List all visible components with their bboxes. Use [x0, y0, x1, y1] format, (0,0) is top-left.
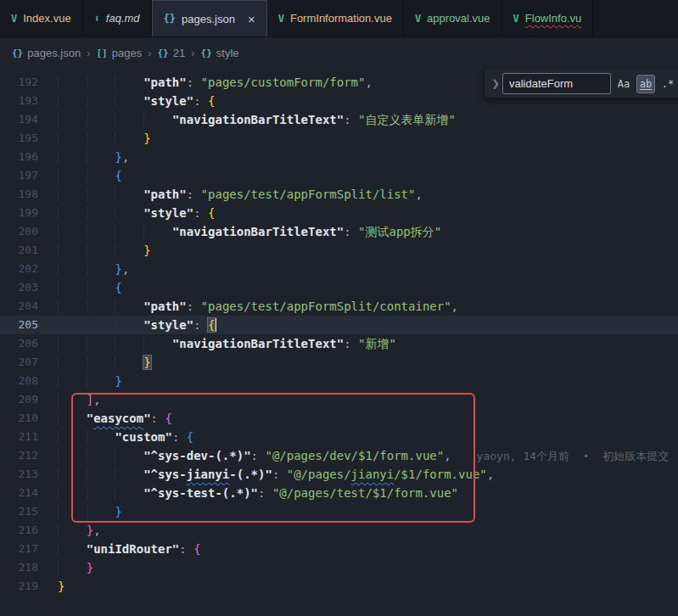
token: [87, 430, 115, 444]
match-case-option[interactable]: Aa: [614, 75, 633, 93]
code-line-203[interactable]: 203 {: [0, 278, 678, 297]
token: }: [87, 524, 93, 537]
token: }: [115, 374, 121, 388]
token: :: [258, 486, 272, 500]
line-number: 211: [0, 428, 58, 446]
tab-flowinfo-vu[interactable]: VFlowInfo.vu: [502, 0, 594, 36]
code-line-213[interactable]: 213 "^sys-jianyi-(.*)": "@/pages/jianyi/…: [0, 465, 678, 484]
token: "@/pages/test/$1/form.vue": [272, 486, 458, 500]
breadcrumb-item-style[interactable]: {}style: [201, 47, 239, 59]
token: [87, 94, 115, 108]
token: "@/pages/: [287, 468, 351, 481]
token: :: [193, 206, 208, 220]
code-line-204[interactable]: 204 "path": "pages/test/appFormSplit/con…: [0, 297, 678, 316]
line-number: 198: [0, 185, 58, 204]
code-line-215[interactable]: 215 }: [0, 502, 678, 521]
token: [115, 300, 143, 313]
code-area: 192 "path": "pages/customForm/form",193 …: [0, 73, 678, 596]
symbol-icon: {}: [158, 48, 169, 59]
code-line-206[interactable]: 206 "navigationBarTitleText": "新增": [0, 334, 678, 353]
code-line-216[interactable]: 216 },: [0, 521, 678, 540]
code-line-200[interactable]: 200 "navigationBarTitleText": "测试app拆分": [0, 222, 678, 241]
code-content: },: [58, 260, 129, 278]
tab-forminformation-vue[interactable]: VFormInformation.vue: [267, 0, 404, 36]
token: [58, 430, 87, 444]
code-line-207[interactable]: 207 }: [0, 353, 678, 372]
line-number: 204: [0, 297, 58, 316]
breadcrumb-item-21[interactable]: {}21: [158, 47, 186, 59]
code-content: "uniIdRouter": {: [58, 540, 201, 558]
code-line-196[interactable]: 196 },: [0, 148, 678, 166]
token: "测试app拆分": [358, 225, 441, 238]
code-line-217[interactable]: 217 "uniIdRouter": {: [0, 540, 678, 558]
code-line-198[interactable]: 198 "path": "pages/test/appFormSplit/lis…: [0, 185, 678, 204]
token: :: [193, 318, 208, 332]
tab-label: Index.vue: [23, 12, 70, 25]
code-content: "^sys-dev-(.*)": "@/pages/dev/$1/form.vu…: [58, 446, 669, 465]
token: {: [208, 94, 215, 108]
find-input[interactable]: [502, 73, 611, 94]
tab-faq-md[interactable]: ⬇faq.md: [83, 0, 152, 36]
json-file-icon: {}: [164, 13, 176, 25]
code-line-197[interactable]: 197 {: [0, 166, 678, 185]
token: {: [165, 412, 171, 425]
token: "^sys-test-(.*)": [143, 486, 258, 500]
tab-approval-vue[interactable]: Vapproval.vue: [404, 0, 502, 36]
code-content: {: [58, 278, 122, 297]
line-number: 206: [0, 334, 58, 353]
token: ]: [87, 393, 93, 406]
line-number: 192: [0, 73, 58, 92]
token: [58, 300, 87, 313]
token: {: [208, 206, 215, 220]
tab-bar: VIndex.vue⬇faq.md{}pages.json×VFormInfor…: [0, 0, 678, 37]
breadcrumb-separator: ›: [87, 47, 90, 59]
token: [87, 374, 115, 388]
token: [87, 244, 115, 257]
code-line-208[interactable]: 208 }: [0, 372, 678, 390]
token: ,: [93, 524, 100, 537]
code-line-211[interactable]: 211 "custom": {: [0, 428, 678, 446]
breadcrumb-item-pages.json[interactable]: {}pages.json: [12, 47, 81, 59]
token: [115, 318, 143, 332]
code-line-219[interactable]: 219}: [0, 577, 678, 596]
token: :: [187, 188, 201, 201]
code-content: {: [58, 166, 122, 185]
code-line-202[interactable]: 202 },: [0, 260, 678, 278]
tab-pages-json[interactable]: {}pages.json×: [152, 0, 267, 36]
token: "navigationBarTitleText": [172, 113, 344, 126]
code-line-194[interactable]: 194 "navigationBarTitleText": "自定义表单新增": [0, 110, 678, 129]
code-content: }: [58, 241, 151, 260]
code-line-218[interactable]: 218 }: [0, 558, 678, 577]
token: {: [193, 542, 200, 556]
close-icon[interactable]: ×: [248, 13, 255, 25]
code-line-214[interactable]: 214 "^sys-test-(.*)": "@/pages/test/$1/f…: [0, 484, 678, 502]
tab-label: pages.json: [182, 13, 235, 25]
line-number: 210: [0, 409, 58, 428]
git-blame-annotation: yaoyn, 14个月前 • 初始版本提交: [451, 450, 670, 462]
token: [58, 542, 87, 556]
breadcrumb-item-pages[interactable]: []pages: [96, 47, 142, 59]
token: }: [115, 150, 121, 164]
code-line-199[interactable]: 199 "style": {: [0, 204, 678, 222]
code-line-209[interactable]: 209 ],: [0, 390, 678, 409]
find-options: Aaab.*: [611, 75, 677, 93]
code-line-205[interactable]: 205 "style": {: [0, 316, 678, 334]
token: "navigationBarTitleText": [172, 337, 344, 350]
tab-index-vue[interactable]: VIndex.vue: [0, 0, 83, 36]
toggle-replace-chevron-icon[interactable]: ❯: [489, 78, 502, 89]
token: }: [87, 561, 93, 574]
code-line-212[interactable]: 212 "^sys-dev-(.*)": "@/pages/dev/$1/for…: [0, 446, 678, 465]
vue-file-icon: V: [11, 13, 17, 25]
regex-option[interactable]: .*: [658, 75, 677, 93]
editor[interactable]: 192 "path": "pages/customForm/form",193 …: [0, 68, 678, 616]
whole-word-option[interactable]: ab: [636, 75, 655, 93]
breadcrumb-label: style: [216, 47, 239, 59]
token: [87, 318, 115, 332]
token: [87, 262, 115, 276]
code-line-195[interactable]: 195 }: [0, 129, 678, 148]
code-line-210[interactable]: 210 "easycom": {: [0, 409, 678, 428]
code-content: "^sys-jianyi-(.*)": "@/pages/jianyi/$1/f…: [58, 465, 494, 484]
code-content: "navigationBarTitleText": "自定义表单新增": [58, 110, 456, 129]
breadcrumb-label: 21: [173, 47, 185, 59]
code-line-201[interactable]: 201 }: [0, 241, 678, 260]
